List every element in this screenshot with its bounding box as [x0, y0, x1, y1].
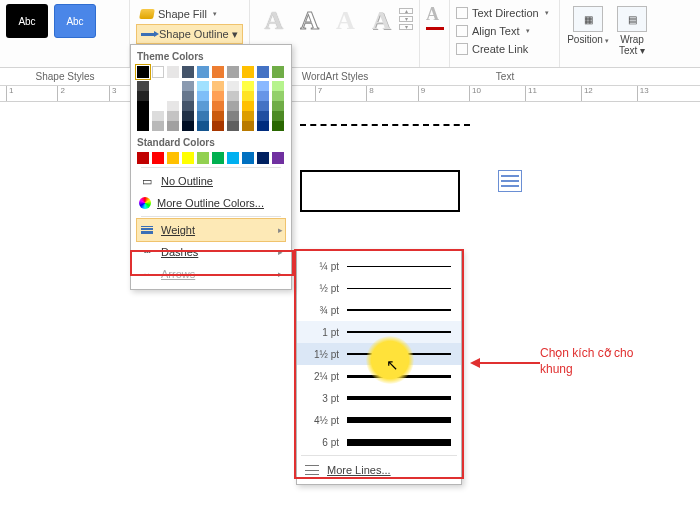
theme-color-swatch[interactable] [167, 66, 179, 78]
wordart-style-3[interactable]: A [328, 4, 364, 38]
theme-shade-swatch[interactable] [242, 91, 254, 101]
standard-color-swatch[interactable] [197, 152, 209, 164]
theme-shade-swatch[interactable] [257, 101, 269, 111]
more-outline-colors-item[interactable]: More Outline Colors... [137, 192, 285, 214]
weight-option[interactable]: 1½ pt [297, 343, 461, 365]
theme-shade-swatch[interactable] [167, 91, 179, 101]
theme-shade-swatch[interactable] [272, 111, 284, 121]
theme-shade-swatch[interactable] [242, 121, 254, 131]
text-direction-button[interactable]: Text Direction▾ [456, 4, 549, 22]
theme-shade-swatch[interactable] [227, 81, 239, 91]
theme-shade-swatch[interactable] [227, 121, 239, 131]
weight-option[interactable]: ¼ pt [297, 255, 461, 277]
theme-shade-swatch[interactable] [242, 101, 254, 111]
wordart-style-4[interactable]: A [363, 4, 399, 38]
more-lines-item[interactable]: More Lines... [297, 458, 461, 482]
theme-shade-swatch[interactable] [257, 121, 269, 131]
no-outline-item[interactable]: ▭ No Outline [137, 170, 285, 192]
wordart-more[interactable]: ▴▾▾ [399, 4, 413, 30]
theme-shade-swatch[interactable] [137, 91, 149, 101]
theme-color-swatch[interactable] [257, 66, 269, 78]
theme-shade-swatch[interactable] [257, 91, 269, 101]
theme-shade-swatch[interactable] [137, 81, 149, 91]
shape-outline-button[interactable]: Shape Outline ▾ [136, 24, 243, 44]
style-swatch-black[interactable]: Abc [6, 4, 48, 38]
theme-shade-swatch[interactable] [257, 81, 269, 91]
theme-color-swatch[interactable] [242, 66, 254, 78]
theme-shade-swatch[interactable] [167, 81, 179, 91]
theme-shade-swatch[interactable] [242, 111, 254, 121]
theme-shade-swatch[interactable] [257, 111, 269, 121]
wordart-style-2[interactable]: A [292, 4, 328, 38]
theme-shade-swatch[interactable] [227, 91, 239, 101]
dashed-line-shape[interactable] [300, 124, 470, 126]
weight-option[interactable]: 4½ pt [297, 409, 461, 431]
theme-shade-swatch[interactable] [167, 121, 179, 131]
theme-shade-swatch[interactable] [272, 91, 284, 101]
weight-option[interactable]: 3 pt [297, 387, 461, 409]
theme-color-swatch[interactable] [137, 66, 149, 78]
dashes-item[interactable]: ┄ Dashes ▸ [137, 241, 285, 263]
wrap-text-button[interactable]: ▤ Wrap Text ▾ [610, 4, 654, 56]
theme-shade-swatch[interactable] [272, 101, 284, 111]
theme-color-swatch[interactable] [227, 66, 239, 78]
weight-option[interactable]: 1 pt [297, 321, 461, 343]
align-text-button[interactable]: Align Text▾ [456, 22, 530, 40]
standard-color-swatch[interactable] [182, 152, 194, 164]
text-style-a-icon[interactable]: A [426, 4, 439, 25]
theme-shade-swatch[interactable] [242, 81, 254, 91]
theme-shade-swatch[interactable] [137, 121, 149, 131]
theme-shade-swatch[interactable] [212, 121, 224, 131]
shape-fill-button[interactable]: Shape Fill ▾ [136, 4, 221, 24]
theme-shade-swatch[interactable] [167, 111, 179, 121]
theme-color-swatch[interactable] [152, 66, 164, 78]
style-swatch-blue[interactable]: Abc [54, 4, 96, 38]
theme-shade-swatch[interactable] [167, 101, 179, 111]
standard-color-swatch[interactable] [212, 152, 224, 164]
create-link-button[interactable]: Create Link [456, 40, 528, 58]
theme-shade-swatch[interactable] [182, 91, 194, 101]
theme-shade-swatch[interactable] [182, 101, 194, 111]
theme-shade-swatch[interactable] [227, 101, 239, 111]
theme-shade-swatch[interactable] [197, 81, 209, 91]
theme-shade-swatch[interactable] [137, 101, 149, 111]
theme-shade-swatch[interactable] [272, 81, 284, 91]
standard-color-swatch[interactable] [152, 152, 164, 164]
theme-shade-swatch[interactable] [212, 111, 224, 121]
theme-shade-swatch[interactable] [152, 121, 164, 131]
theme-shade-swatch[interactable] [227, 111, 239, 121]
theme-color-swatch[interactable] [272, 66, 284, 78]
theme-shade-swatch[interactable] [182, 111, 194, 121]
theme-shade-swatch[interactable] [197, 91, 209, 101]
theme-color-swatch[interactable] [212, 66, 224, 78]
theme-color-swatch[interactable] [182, 66, 194, 78]
weight-option[interactable]: ¾ pt [297, 299, 461, 321]
weight-item[interactable]: Weight ▸ [137, 219, 285, 241]
theme-shade-swatch[interactable] [197, 111, 209, 121]
theme-shade-swatch[interactable] [137, 111, 149, 121]
layout-options-icon[interactable] [498, 170, 522, 192]
theme-shade-swatch[interactable] [212, 91, 224, 101]
wordart-style-1[interactable]: A [256, 4, 292, 38]
theme-shade-swatch[interactable] [182, 121, 194, 131]
theme-shade-swatch[interactable] [152, 91, 164, 101]
theme-shade-swatch[interactable] [272, 121, 284, 131]
weight-option[interactable]: 6 pt [297, 431, 461, 453]
theme-shade-swatch[interactable] [212, 81, 224, 91]
weight-option[interactable]: 2¼ pt [297, 365, 461, 387]
theme-color-swatch[interactable] [197, 66, 209, 78]
standard-color-swatch[interactable] [137, 152, 149, 164]
standard-color-swatch[interactable] [227, 152, 239, 164]
theme-shade-swatch[interactable] [152, 111, 164, 121]
theme-shade-swatch[interactable] [197, 101, 209, 111]
weight-option[interactable]: ½ pt [297, 277, 461, 299]
standard-color-swatch[interactable] [272, 152, 284, 164]
theme-shade-swatch[interactable] [212, 101, 224, 111]
standard-color-swatch[interactable] [167, 152, 179, 164]
theme-shade-swatch[interactable] [152, 101, 164, 111]
standard-color-swatch[interactable] [242, 152, 254, 164]
theme-shade-swatch[interactable] [197, 121, 209, 131]
position-button[interactable]: ▦ Position▾ [566, 4, 610, 45]
rectangle-shape[interactable] [300, 170, 460, 212]
standard-color-swatch[interactable] [257, 152, 269, 164]
